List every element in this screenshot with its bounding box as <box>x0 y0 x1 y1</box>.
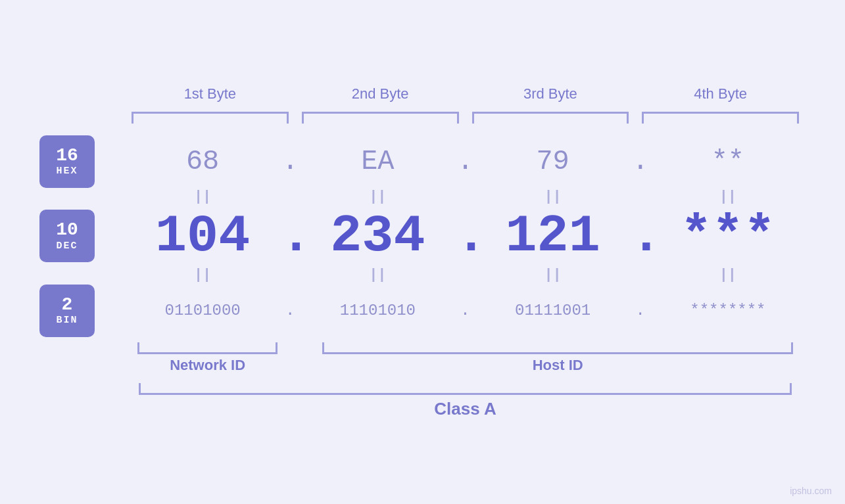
eq-1: || <box>125 189 280 205</box>
bin-badge: 2 BIN <box>39 285 95 337</box>
watermark: ipshu.com <box>790 486 832 496</box>
equals-symbols-2: || || || || <box>125 265 806 285</box>
class-row: Class A <box>39 383 806 419</box>
id-groups: Network ID Host ID <box>125 342 806 374</box>
hex-val-3: 79 <box>475 146 631 177</box>
equals-symbols-1: || || || || <box>125 187 806 207</box>
bracket-network <box>137 342 278 354</box>
bin-badge-col: 2 BIN <box>39 285 125 337</box>
dec-dot-3: . <box>631 206 650 266</box>
dec-values-row: 104 . 234 . 121 . *** <box>125 206 806 266</box>
top-brackets <box>125 112 806 124</box>
byte-headers: 1st Byte 2nd Byte 3rd Byte 4th Byte <box>125 85 806 103</box>
bin-val-3: 01111001 <box>475 302 631 319</box>
hex-base-number: 16 <box>56 146 78 166</box>
bin-val-1: 01101000 <box>125 302 280 319</box>
bracket-host <box>322 342 793 354</box>
bracket-top-1 <box>132 112 289 124</box>
hex-dot-3: . <box>631 146 650 177</box>
dec-dot-1: . <box>280 206 300 266</box>
dec-val-4: *** <box>650 206 806 266</box>
dec-badge-col: 10 DEC <box>39 210 125 262</box>
byte-label-2: 2nd Byte <box>295 85 466 103</box>
bin-dot-3: . <box>631 302 650 319</box>
hex-badge-col: 16 HEX <box>39 135 125 188</box>
class-label: Class A <box>434 399 496 419</box>
eq-5: || <box>125 267 280 283</box>
host-id-group: Host ID <box>310 342 806 374</box>
hex-badge: 16 HEX <box>39 135 95 188</box>
byte-label-4: 4th Byte <box>635 85 806 103</box>
hex-dot-1: . <box>280 146 300 177</box>
bin-val-4: ******** <box>650 302 806 319</box>
eq-4: || <box>650 189 806 205</box>
equals-row-1: || || || || <box>39 188 806 206</box>
eq-3: || <box>475 189 631 205</box>
bracket-class <box>139 383 792 395</box>
network-id-label: Network ID <box>170 357 245 374</box>
byte-headers-row: 1st Byte 2nd Byte 3rd Byte 4th Byte <box>39 85 806 108</box>
main-container: 1st Byte 2nd Byte 3rd Byte 4th Byte 16 H… <box>0 0 845 504</box>
network-id-group: Network ID <box>125 342 290 374</box>
equals-row-2: || || || || <box>39 266 806 285</box>
hex-val-2: EA <box>300 146 455 177</box>
bin-dot-2: . <box>456 302 475 319</box>
dec-base-name: DEC <box>56 241 78 252</box>
eq-7: || <box>475 267 631 283</box>
hex-base-name: HEX <box>56 166 78 177</box>
hex-row: 16 HEX 68 . EA . 79 . ** <box>39 135 806 188</box>
hex-dot-2: . <box>456 146 475 177</box>
bin-val-2: 11101010 <box>300 302 455 319</box>
host-id-label: Host ID <box>533 357 583 374</box>
byte-label-3: 3rd Byte <box>466 85 636 103</box>
dec-val-1: 104 <box>125 206 280 266</box>
bin-base-name: BIN <box>56 315 78 326</box>
eq-8: || <box>650 267 806 283</box>
bracket-top-3 <box>472 112 629 124</box>
top-brackets-row <box>39 112 806 124</box>
byte-label-1: 1st Byte <box>125 85 295 103</box>
class-group: Class A <box>125 383 806 419</box>
hex-val-4: ** <box>650 146 806 177</box>
bin-dot-1: . <box>280 302 300 319</box>
bracket-top-4 <box>642 112 799 124</box>
dec-dot-2: . <box>456 206 475 266</box>
id-labels-row: Network ID Host ID <box>39 342 806 374</box>
dec-badge: 10 DEC <box>39 210 95 262</box>
eq-2: || <box>300 189 455 205</box>
dec-val-2: 234 <box>300 206 455 266</box>
dec-base-number: 10 <box>56 220 78 241</box>
dec-row: 10 DEC 104 . 234 . 121 . *** <box>39 206 806 266</box>
eq-6: || <box>300 267 455 283</box>
hex-values-row: 68 . EA . 79 . ** <box>125 146 806 177</box>
bracket-top-2 <box>302 112 459 124</box>
bin-base-number: 2 <box>62 295 73 315</box>
bin-row: 2 BIN 01101000 . 11101010 . 01111001 . *… <box>39 285 806 337</box>
hex-val-1: 68 <box>125 146 280 177</box>
dec-val-3: 121 <box>475 206 631 266</box>
bin-values-row: 01101000 . 11101010 . 01111001 . *******… <box>125 302 806 319</box>
